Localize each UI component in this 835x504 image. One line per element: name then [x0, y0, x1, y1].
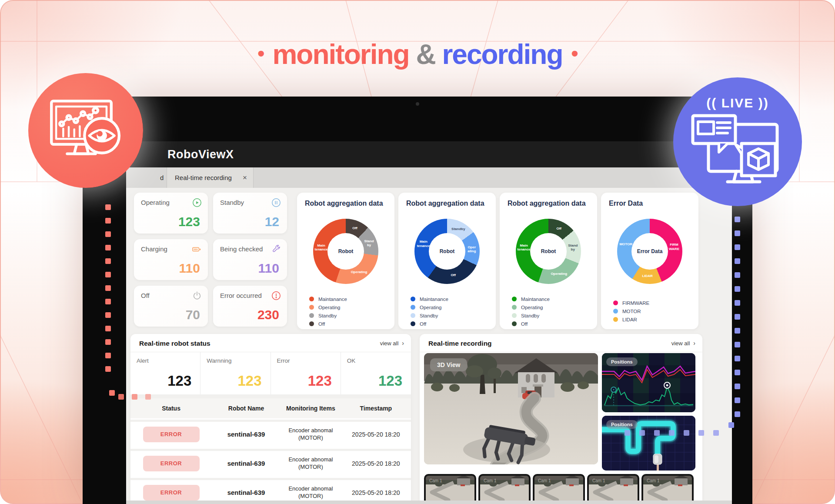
donut-center-label: Robot	[440, 248, 455, 254]
card-label: Off	[141, 292, 150, 299]
table-row[interactable]: ERROR sentinal-639 Encoder abnomal(MOTOR…	[130, 420, 411, 447]
chevron-right-icon: ›	[693, 340, 695, 347]
status-card-error-occurred[interactable]: Error occurred 230	[213, 286, 287, 327]
card-title: Robot aggregation data	[305, 200, 383, 207]
title-recording: recording	[442, 39, 562, 70]
legend-item: Off	[512, 320, 550, 328]
legend-item: Operating	[309, 303, 347, 311]
film-frame[interactable]: Cam 1	[424, 474, 476, 504]
legend-item: Standby	[512, 311, 550, 320]
film-frame[interactable]: Cam 1	[533, 474, 585, 504]
panel-header: Real-time recording view all›	[420, 334, 702, 352]
donut-center-label: Robot	[338, 248, 354, 254]
card-label: Being checked	[220, 245, 263, 253]
cam-label: Cam 1	[429, 478, 442, 483]
connector-stem	[657, 464, 659, 471]
panel-header: Real-time robot status view all›	[130, 334, 411, 352]
timestamp: 2025-05-20 18:20	[341, 431, 411, 438]
stat-warnning: Warnning123	[200, 352, 271, 394]
donut-chart: Robot OffStand byOperatingMain tenance	[516, 219, 581, 284]
donut-chart: Robot StandbyOper atingOffMain tenance	[414, 219, 480, 284]
legend-item: FIRMWARE	[613, 299, 649, 307]
live-label: (( LIVE ))	[673, 96, 802, 110]
tab-real-time-recording[interactable]: Real-time recording ×	[167, 167, 254, 188]
divider	[130, 395, 411, 398]
film-frame[interactable]: Cam 1	[478, 474, 531, 504]
col-status: Status	[130, 405, 212, 412]
view-all-link[interactable]: view all›	[671, 340, 695, 347]
legend-item: Standby	[309, 311, 347, 320]
monitor-chart-eye-icon	[48, 97, 123, 165]
card-value: 123	[178, 214, 200, 229]
chart-legend: Maintanance Operating Standby Off	[411, 295, 448, 328]
film-frame[interactable]: Cam 1	[587, 474, 639, 504]
table-header: Status Robot Name Monitoring Items Times…	[130, 398, 411, 418]
monitoring-item: Encoder abnomal(MOTOR)	[281, 427, 341, 441]
card-title: Error Data	[609, 200, 643, 207]
chevron-right-icon: ›	[402, 340, 404, 347]
monitoring-item: Encoder abnomal(MOTOR)	[281, 456, 341, 471]
col-timestamp: Timestamp	[341, 405, 411, 412]
error-data-card: Error Data Error Data FIRM WARELIDARMOTO…	[601, 193, 698, 329]
alert-circle-icon	[271, 291, 281, 302]
film-frame[interactable]: Cam 1	[641, 474, 694, 504]
stat-alert: Alert123	[130, 352, 200, 394]
screen-bottom-strip	[126, 501, 732, 504]
table-row[interactable]: ERROR sentinal-639 Encoder abnomal(MOTOR…	[130, 449, 411, 476]
legend-item: Operating	[512, 303, 550, 311]
legend-item: Off	[309, 320, 347, 328]
tab-close-icon[interactable]: ×	[243, 174, 247, 182]
status-badge: ERROR	[143, 427, 200, 442]
cam-label: Cam 1	[538, 478, 551, 483]
table-row[interactable]: ERROR sentinal-639 Encoder abnomal(MOTOR…	[130, 478, 411, 504]
3d-view-chip: 3D View	[430, 358, 467, 371]
title-monitoring: monitoring	[272, 39, 409, 70]
tab-bar: d Real-time recording ×	[126, 167, 732, 188]
col-robot-name: Robot Name	[212, 405, 281, 412]
status-card-being-checked[interactable]: Being checked 110	[213, 239, 287, 280]
card-label: Charging	[141, 245, 167, 253]
status-summary: Alert123 Warnning123 Error123 OK123	[130, 352, 411, 395]
donut-chart: Error Data FIRM WARELIDARMOTOR	[617, 219, 682, 284]
pause-circle-icon	[271, 198, 281, 209]
card-title: Robot aggregation data	[508, 200, 586, 207]
cam-label: Cam 1	[484, 478, 496, 483]
positions-waveform-panel[interactable]: Positions	[602, 353, 695, 412]
monitoring-item: Encoder abnomal(MOTOR)	[281, 485, 341, 500]
timestamp: 2025-05-20 18:20	[341, 489, 411, 496]
view-all-link[interactable]: view all›	[380, 340, 404, 347]
robot-name: sentinal-639	[212, 431, 281, 438]
3d-view[interactable]: 3D View	[424, 353, 598, 464]
donut-center-label: Robot	[541, 248, 556, 254]
status-badge: ERROR	[143, 485, 200, 501]
card-value: 12	[265, 214, 279, 229]
chart-legend: Maintanance Operating Standby Off	[512, 295, 550, 328]
dashboard-screen: RoboViewX d Real-time recording × Operat…	[126, 141, 732, 504]
donut-chart: Robot OffStand byOperatingMain tenance	[313, 219, 378, 284]
legend-item: Off	[411, 320, 448, 328]
positions-path-panel[interactable]: Positions	[602, 416, 695, 471]
tab-dashboard-partial[interactable]: d	[160, 167, 164, 188]
card-title: Robot aggregation data	[406, 200, 484, 207]
live-recording-badge: (( LIVE ))	[673, 77, 802, 206]
robot-name: sentinal-639	[212, 489, 281, 496]
card-value: 230	[257, 307, 279, 322]
live-monitor-icon	[688, 111, 788, 194]
status-card-charging[interactable]: Charging 110	[134, 239, 208, 280]
film-strip[interactable]: Cam 1 Cam 1 Cam 1 Cam 1	[424, 474, 698, 504]
stat-error: Error123	[271, 352, 341, 394]
legend-item: Standby	[411, 311, 448, 320]
app-logo: RoboViewX	[167, 141, 234, 167]
status-card-standby[interactable]: Standby 12	[213, 193, 287, 234]
power-icon	[192, 291, 202, 302]
card-label: Standby	[220, 199, 244, 206]
status-card-operating[interactable]: Operating 123	[134, 193, 208, 234]
title-dot-right: •	[571, 42, 578, 65]
page: •monitoring & recording• RoboViewX d Rea…	[0, 0, 835, 504]
card-value: 110	[179, 261, 200, 276]
aggregation-card-orange: Robot aggregation data Robot OffStand by…	[297, 193, 394, 329]
card-label: Error occurred	[220, 292, 262, 299]
positions-chip: Positions	[606, 357, 638, 366]
status-card-off[interactable]: Off 70	[134, 286, 208, 327]
legend-item: Maintanance	[309, 295, 347, 303]
